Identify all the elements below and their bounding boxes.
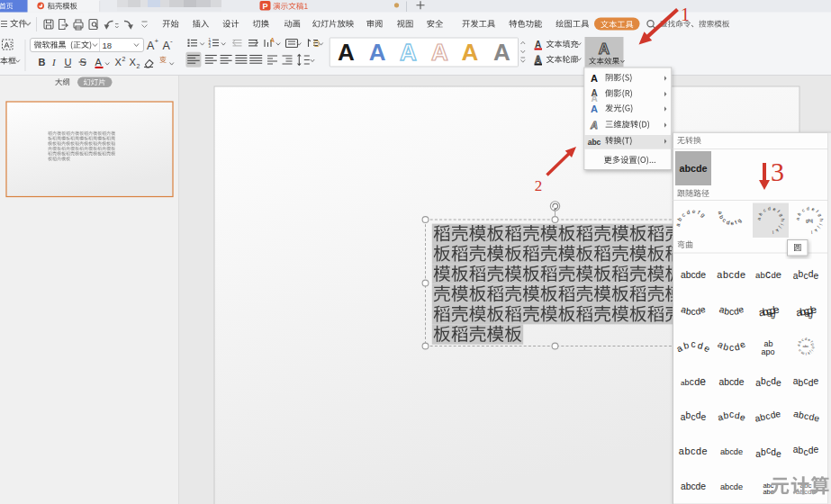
- svg-text:b: b: [684, 378, 689, 387]
- svg-text:e: e: [814, 445, 819, 454]
- svg-text:A: A: [591, 104, 598, 114]
- svg-text:e: e: [776, 269, 781, 280]
- svg-text:c: c: [803, 271, 808, 281]
- svg-text:A: A: [493, 39, 510, 66]
- svg-text:c: c: [765, 268, 771, 281]
- svg-text:U: U: [65, 57, 72, 68]
- svg-text:A: A: [338, 39, 355, 66]
- svg-text:abcde: abcde: [717, 269, 745, 280]
- svg-text:A: A: [599, 40, 610, 58]
- svg-text:abcde: abcde: [679, 163, 707, 174]
- svg-text:A: A: [591, 94, 597, 104]
- svg-text:abcde: abcde: [796, 488, 816, 496]
- svg-text:A: A: [369, 39, 386, 66]
- svg-text:P: P: [262, 2, 267, 11]
- svg-text:A: A: [431, 39, 448, 66]
- svg-text:A: A: [462, 39, 479, 66]
- svg-text:abcde: abcde: [681, 482, 706, 491]
- svg-text:A: A: [591, 73, 598, 84]
- svg-text:e: e: [701, 412, 707, 422]
- svg-text:abcde: abcde: [718, 377, 744, 387]
- svg-text:b: b: [760, 270, 764, 280]
- svg-text:A: A: [270, 37, 275, 43]
- svg-text:+: +: [155, 37, 159, 45]
- svg-text:2: 2: [535, 177, 543, 194]
- svg-text:c: c: [690, 377, 694, 387]
- svg-text:c: c: [691, 412, 695, 422]
- svg-text:3: 3: [771, 157, 784, 186]
- svg-text:A: A: [535, 55, 541, 65]
- svg-text:A: A: [400, 39, 417, 66]
- svg-text:1: 1: [681, 4, 690, 24]
- svg-text:abcde: abcde: [681, 270, 706, 280]
- svg-text:c: c: [729, 410, 734, 419]
- svg-text:c: c: [803, 447, 808, 457]
- svg-text:A: A: [590, 120, 598, 130]
- svg-text:apo: apo: [761, 347, 774, 356]
- svg-text:c: c: [766, 378, 771, 388]
- svg-text:e: e: [700, 375, 706, 388]
- svg-text:2: 2: [137, 63, 140, 69]
- svg-text:B: B: [39, 57, 46, 68]
- svg-text:e: e: [814, 271, 819, 281]
- svg-text:c: c: [803, 376, 808, 386]
- svg-text:e: e: [776, 378, 781, 388]
- svg-text:abc: abc: [803, 344, 810, 348]
- svg-text:abcde: abcde: [720, 447, 743, 456]
- svg-text:e: e: [814, 376, 819, 386]
- svg-text:X: X: [115, 57, 122, 68]
- svg-text:abcde: abcde: [720, 482, 743, 491]
- svg-text:ghij: ghij: [806, 218, 813, 223]
- svg-text:A: A: [95, 57, 103, 68]
- svg-text:A: A: [535, 40, 541, 50]
- svg-text:abcde: abcde: [679, 446, 708, 456]
- svg-text:X: X: [130, 57, 137, 68]
- svg-text:2: 2: [122, 56, 126, 62]
- svg-text:c: c: [766, 446, 771, 455]
- svg-text:-: -: [170, 37, 173, 45]
- svg-text:abc: abc: [588, 138, 601, 147]
- svg-text:abc: abc: [763, 488, 773, 496]
- svg-text:e: e: [776, 449, 781, 459]
- svg-text:18: 18: [103, 40, 113, 50]
- svg-text:c: c: [691, 339, 695, 349]
